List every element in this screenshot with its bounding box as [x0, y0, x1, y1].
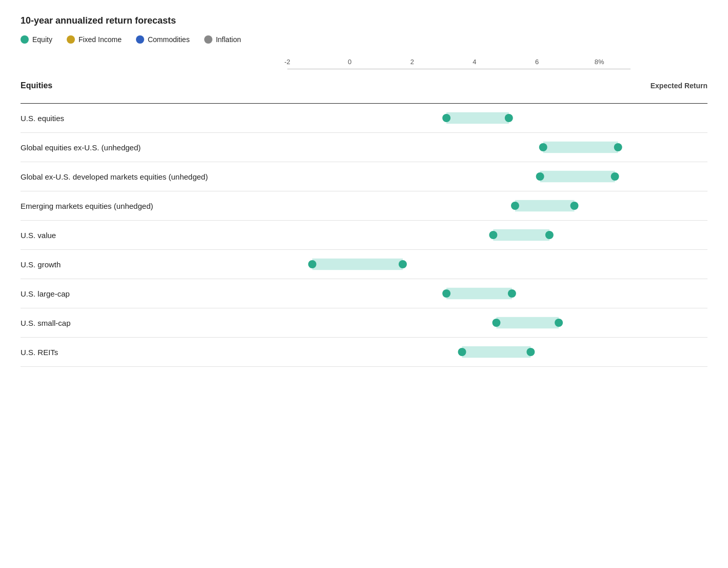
- tick-label--2: -2: [284, 58, 290, 66]
- tick-label-2: 2: [410, 58, 414, 66]
- bar-svg: [287, 338, 631, 366]
- bar-area: [287, 104, 631, 132]
- section-header-label: Equities: [21, 78, 287, 93]
- range-rect: [462, 346, 531, 358]
- table-row: U.S. equities: [21, 104, 707, 133]
- bar-area: [287, 162, 631, 191]
- range-rect: [312, 259, 403, 270]
- range-rect: [496, 317, 559, 328]
- legend-label: Commodities: [148, 35, 190, 44]
- high-dot: [555, 319, 563, 327]
- row-label: Emerging markets equities (unhedged): [21, 192, 287, 220]
- bar-svg: [287, 279, 631, 308]
- bar-area: [287, 191, 631, 220]
- tick-label-6: 6: [535, 58, 539, 66]
- low-dot: [442, 114, 450, 122]
- range-rect: [493, 229, 549, 241]
- bar-area: [287, 338, 631, 366]
- legend: Equity Fixed Income Commodities Inflatio…: [21, 35, 707, 44]
- row-label: Global equities ex-U.S. (unhedged): [21, 134, 287, 161]
- legend-item-equity: Equity: [21, 35, 52, 44]
- bar-svg: [287, 250, 631, 279]
- tick-label-0: 0: [348, 58, 351, 66]
- low-dot: [442, 289, 450, 298]
- data-rows: U.S. equities Global equities ex-U.S. (u…: [21, 104, 707, 367]
- bar-area: [287, 250, 631, 279]
- row-label: U.S. REITs: [21, 339, 287, 366]
- low-dot: [458, 348, 466, 356]
- range-rect: [540, 171, 615, 182]
- table-row: Global ex-U.S. developed markets equitie…: [21, 162, 707, 191]
- high-dot: [611, 172, 619, 181]
- range-rect: [515, 200, 575, 211]
- table-row: U.S. value: [21, 221, 707, 250]
- row-label: U.S. growth: [21, 251, 287, 278]
- header-bar-area: [287, 71, 631, 100]
- range-rect: [446, 288, 512, 299]
- high-dot: [526, 348, 535, 356]
- axis-row: -202468%: [21, 55, 707, 69]
- bar-area: [287, 279, 631, 308]
- row-label: Global ex-U.S. developed markets equitie…: [21, 163, 287, 190]
- high-dot: [505, 114, 513, 122]
- bar-svg: [287, 308, 631, 337]
- high-dot: [614, 143, 622, 151]
- low-dot: [539, 143, 547, 151]
- legend-item-fixed-income: Fixed Income: [67, 35, 122, 44]
- row-label: U.S. small-cap: [21, 309, 287, 337]
- legend-item-inflation: Inflation: [204, 35, 241, 44]
- high-dot: [570, 202, 579, 210]
- table-row: U.S. small-cap: [21, 308, 707, 338]
- bar-area: [287, 308, 631, 337]
- low-dot: [536, 172, 544, 181]
- range-rect: [543, 142, 618, 153]
- legend-dot: [204, 35, 212, 44]
- header-row: Equities Expected Return: [21, 71, 707, 104]
- chart-area: -202468% Equities Expected Return U.S. e…: [21, 55, 707, 367]
- chart-title: 10-year annualized return forecasts: [21, 15, 707, 26]
- bar-svg: [287, 221, 631, 249]
- table-row: U.S. REITs: [21, 338, 707, 367]
- range-rect: [446, 112, 509, 124]
- expected-return-header: Expected Return: [631, 82, 707, 90]
- legend-label: Fixed Income: [78, 35, 122, 44]
- bar-svg: [287, 162, 631, 191]
- low-dot: [489, 231, 497, 239]
- low-dot: [511, 202, 519, 210]
- tick-label-4: 4: [473, 58, 476, 66]
- row-label: U.S. large-cap: [21, 280, 287, 307]
- table-row: U.S. large-cap: [21, 279, 707, 308]
- high-dot: [545, 231, 554, 239]
- tick-label-8: 8%: [595, 58, 604, 66]
- bar-area: [287, 221, 631, 249]
- low-dot: [308, 260, 317, 268]
- high-dot: [508, 289, 516, 298]
- row-label: U.S. value: [21, 222, 287, 249]
- legend-dot: [136, 35, 144, 44]
- bar-area: [287, 133, 631, 162]
- low-dot: [492, 319, 500, 327]
- table-row: U.S. growth: [21, 250, 707, 279]
- bar-svg: [287, 191, 631, 220]
- table-row: Global equities ex-U.S. (unhedged): [21, 133, 707, 162]
- row-label: U.S. equities: [21, 105, 287, 132]
- bar-svg: [287, 104, 631, 132]
- legend-label: Inflation: [216, 35, 241, 44]
- high-dot: [399, 260, 407, 268]
- bar-svg: [287, 133, 631, 162]
- chart-container: 10-year annualized return forecasts Equi…: [21, 15, 707, 367]
- table-row: Emerging markets equities (unhedged): [21, 191, 707, 221]
- legend-item-commodities: Commodities: [136, 35, 190, 44]
- legend-dot: [67, 35, 75, 44]
- axis-ticks: -202468%: [287, 55, 631, 69]
- legend-label: Equity: [32, 35, 52, 44]
- legend-dot: [21, 35, 29, 44]
